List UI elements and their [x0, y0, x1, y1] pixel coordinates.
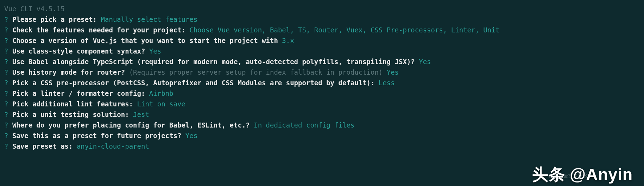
hint-text: (Requires proper server setup for index … — [129, 68, 387, 76]
question-mark: ? — [4, 100, 8, 108]
answer-text: Jest — [133, 111, 149, 118]
prompt-text: Use class-style component syntax? — [8, 47, 149, 55]
answer-text: 3.x — [282, 37, 294, 44]
question-mark: ? — [4, 89, 8, 97]
answer-text: Yes — [387, 68, 399, 76]
question-mark: ? — [4, 58, 8, 66]
prompt-text: Save preset as: — [8, 142, 76, 150]
question-mark: ? — [4, 121, 8, 129]
prompt-text: Use history mode for router? — [8, 68, 129, 76]
question-mark: ? — [4, 26, 8, 34]
question-mark: ? — [4, 142, 8, 150]
answer-text: Lint on save — [137, 100, 185, 108]
prompt-text: Pick additional lint features: — [8, 100, 137, 108]
prompt-line-0: ? Please pick a preset: Manually select … — [4, 14, 640, 25]
prompt-line-12: ? Save preset as: anyin-cloud-parent — [4, 141, 640, 151]
prompt-line-7: ? Pick a linter / formatter config: Airb… — [4, 88, 640, 99]
question-mark: ? — [4, 132, 8, 140]
answer-text: Yes — [185, 132, 197, 140]
answer-text: anyin-cloud-parent — [77, 142, 149, 150]
prompt-line-9: ? Pick a unit testing solution: Jest — [4, 109, 640, 120]
question-mark: ? — [4, 37, 8, 44]
prompt-text: Pick a unit testing solution: — [8, 111, 133, 118]
prompt-line-1: ? Check the features needed for your pro… — [4, 25, 640, 35]
answer-text: Choose Vue version, Babel, TS, Router, V… — [189, 26, 499, 34]
question-mark: ? — [4, 68, 8, 76]
prompt-text: Pick a linter / formatter config: — [8, 89, 149, 97]
question-mark: ? — [4, 47, 8, 55]
prompt-text: Pick a CSS pre-processor (PostCSS, Autop… — [8, 79, 378, 87]
prompt-text: Save this as a preset for future project… — [8, 132, 185, 140]
prompt-line-2: ? Choose a version of Vue.js that you wa… — [4, 35, 640, 46]
answer-text: Manually select features — [101, 16, 198, 23]
header-text: Vue CLI v4.5.15 — [4, 5, 65, 13]
prompt-text: Use Babel alongside TypeScript (required… — [8, 58, 419, 66]
prompt-line-5: ? Use history mode for router? (Requires… — [4, 67, 640, 78]
prompt-line-4: ? Use Babel alongside TypeScript (requir… — [4, 56, 640, 67]
prompt-line-8: ? Pick additional lint features: Lint on… — [4, 99, 640, 109]
question-mark: ? — [4, 111, 8, 118]
question-mark: ? — [4, 79, 8, 87]
answer-text: Yes — [419, 58, 431, 66]
answer-text: Yes — [149, 47, 161, 55]
answer-text: In dedicated config files — [254, 121, 354, 129]
prompt-text: Choose a version of Vue.js that you want… — [8, 37, 282, 44]
prompt-text: Check the features needed for your proje… — [8, 26, 189, 34]
answer-text: Less — [379, 79, 395, 87]
prompt-line-10: ? Where do you prefer placing config for… — [4, 120, 640, 130]
answer-text: Airbnb — [149, 89, 173, 97]
sub-watermark-text: 稀土掘金技术社区 — [548, 170, 588, 181]
prompt-text: Please pick a preset: — [8, 16, 101, 23]
cli-header: Vue CLI v4.5.15 — [4, 4, 640, 14]
prompt-text: Where do you prefer placing config for B… — [8, 121, 254, 129]
prompt-line-6: ? Pick a CSS pre-processor (PostCSS, Aut… — [4, 78, 640, 88]
prompt-line-11: ? Save this as a preset for future proje… — [4, 130, 640, 141]
question-mark: ? — [4, 16, 8, 23]
prompt-line-3: ? Use class-style component syntax? Yes — [4, 46, 640, 56]
